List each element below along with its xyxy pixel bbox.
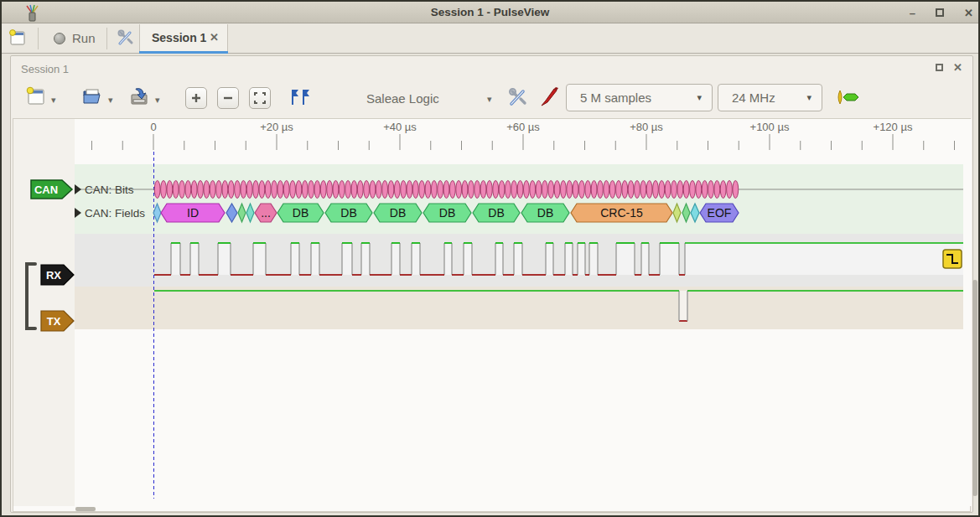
sample-count-select[interactable]: 5 M samples ▾ (566, 84, 713, 111)
save-file-dropdown-icon[interactable]: ▾ (155, 95, 160, 106)
can-bit-annotation (727, 181, 733, 199)
decoder-row-label: CAN: Bits (85, 184, 134, 196)
can-bit-annotation (333, 181, 339, 199)
can-bit-annotation (241, 181, 246, 199)
can-bit-annotation (714, 181, 720, 199)
rx-pulse-fill (218, 243, 231, 275)
zoom-out-button[interactable] (217, 87, 239, 109)
can-bit-annotation (573, 181, 578, 199)
can-bit-annotation (486, 181, 492, 199)
can-bit-annotation (616, 181, 622, 199)
zoom-fit-button[interactable] (249, 87, 271, 109)
can-bit-annotation (474, 181, 480, 199)
rx-pulse-fill (391, 243, 400, 275)
can-bit-annotation (696, 181, 702, 199)
ruler-label: +20 µs (260, 121, 293, 133)
can-bit-annotation (468, 181, 474, 199)
tx-pulse-fill (679, 291, 687, 321)
trace-view[interactable]: 0+20 µs+40 µs+60 µs+80 µs+100 µs+120 µsI… (13, 118, 971, 512)
can-bit-annotation (296, 181, 302, 199)
can-bit-annotation (198, 181, 204, 199)
can-bit-annotation (191, 181, 197, 199)
can-bit-annotation (561, 181, 567, 199)
horizontal-scrollbar[interactable] (75, 507, 96, 511)
trace-canvas[interactable]: 0+20 µs+40 µs+60 µs+80 µs+100 µs+120 µsI… (13, 119, 972, 506)
settings-icon[interactable] (117, 28, 135, 50)
can-bit-annotation (327, 181, 333, 199)
can-bit-annotation (733, 181, 739, 199)
can-bit-annotation (628, 181, 634, 199)
can-field-label: DB (537, 206, 553, 220)
can-bit-annotation (351, 181, 357, 199)
can-bit-annotation (376, 181, 381, 199)
can-bit-annotation (283, 181, 289, 199)
can-field-label: CRC-15 (600, 206, 643, 220)
new-session-icon[interactable] (8, 28, 27, 50)
can-bit-annotation (425, 181, 431, 199)
open-file-dropdown-icon[interactable]: ▾ (108, 95, 113, 106)
channels-probe-icon[interactable] (539, 86, 561, 111)
close-button[interactable]: ✕ (964, 7, 973, 19)
titlebar[interactable]: Session 1 - PulseView – ✕ (2, 2, 978, 23)
can-bit-annotation (154, 181, 160, 199)
maximize-button[interactable] (936, 8, 944, 17)
device-config-icon[interactable] (507, 86, 529, 111)
ruler-label: +40 µs (383, 121, 417, 133)
add-decoder-icon[interactable] (834, 89, 861, 109)
can-bit-annotation (228, 181, 234, 199)
rx-pulse-fill (660, 243, 679, 275)
can-bit-annotation (290, 181, 296, 199)
device-select-dropdown-icon[interactable]: ▾ (487, 94, 492, 105)
sample-rate-select[interactable]: 24 MHz ▾ (718, 84, 822, 111)
device-select-value: Saleae Logic (366, 91, 439, 106)
toolbar-separator (38, 28, 39, 49)
zoom-in-button[interactable] (185, 87, 207, 109)
can-bit-annotation (653, 181, 659, 199)
device-select[interactable]: Saleae Logic (366, 91, 439, 106)
tab-close-icon[interactable]: ✕ (210, 31, 219, 44)
rx-pulse-fill (412, 243, 420, 275)
can-bit-annotation (542, 181, 548, 199)
can-bit-annotation (690, 181, 696, 199)
session-dock: Session 1 ✕ ▾ ▾ (10, 55, 973, 513)
ruler-label: 0 (150, 121, 156, 133)
can-bit-annotation (412, 181, 418, 199)
can-bit-annotation (259, 181, 265, 199)
rx-pulse-fill (514, 243, 522, 275)
rx-pulse-fill (171, 243, 180, 275)
save-file-icon[interactable] (128, 86, 150, 110)
tab-active-indicator (139, 51, 228, 54)
can-bit-annotation (665, 181, 671, 199)
dock-float-button[interactable] (936, 64, 943, 71)
rx-pulse-fill (464, 243, 472, 275)
can-bit-annotation (708, 181, 714, 199)
can-bit-annotation (173, 181, 179, 199)
window-title: Session 1 - PulseView (2, 6, 978, 18)
rx-pulse-fill (311, 243, 319, 275)
can-bit-annotation (517, 181, 523, 199)
new-view-dropdown-icon[interactable]: ▾ (51, 95, 56, 106)
run-button-label: Run (72, 31, 96, 45)
can-bit-annotation (548, 181, 554, 199)
show-cursors-icon[interactable] (288, 88, 311, 110)
rx-pulse-fill (565, 243, 573, 275)
can-bit-annotation (370, 181, 376, 199)
can-bit-annotation (554, 181, 560, 199)
can-bit-annotation (646, 181, 652, 199)
vertical-scrollbar[interactable] (972, 280, 977, 496)
can-bit-annotation (579, 181, 585, 199)
rx-pulse-fill (641, 243, 649, 275)
minimize-button[interactable]: – (910, 7, 915, 19)
can-bit-annotation (246, 181, 252, 199)
dock-close-button[interactable]: ✕ (953, 61, 962, 74)
can-bit-annotation (591, 181, 597, 199)
tab-session-1[interactable]: Session 1 ✕ (139, 24, 228, 51)
can-bit-annotation (185, 181, 191, 199)
can-bit-annotation (659, 181, 665, 199)
can-bit-annotation (702, 181, 708, 199)
can-bit-annotation (210, 181, 215, 199)
open-file-icon[interactable] (81, 86, 103, 110)
new-view-icon[interactable] (26, 86, 46, 110)
can-bit-annotation (302, 181, 308, 199)
rx-pulse-fill (190, 243, 199, 275)
